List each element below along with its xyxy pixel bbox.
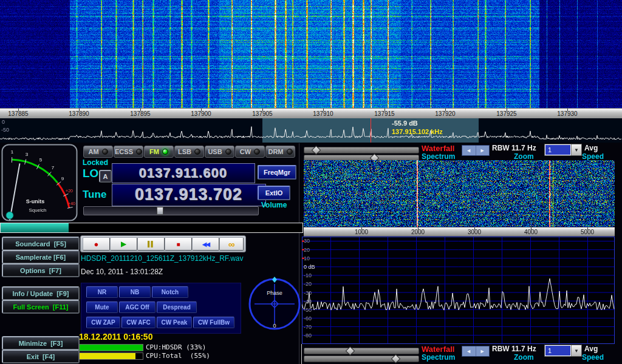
rf-waterfall-brightness-slider[interactable] — [304, 147, 419, 153]
mode-button-lsb[interactable]: LSB — [174, 146, 204, 158]
af-rbw-label: RBW 11.7 Hz — [492, 345, 536, 353]
mode-button-fm[interactable]: FM — [144, 146, 174, 158]
mode-button-label: AM — [88, 148, 98, 155]
squelch-bar[interactable] — [0, 223, 303, 233]
af-spectrum-slider-thumb[interactable] — [391, 354, 401, 364]
lo-lock-button[interactable]: A — [99, 170, 112, 183]
cw-zap-button[interactable]: CW ZAP — [86, 317, 120, 328]
rewind-icon: ◀◀ — [202, 241, 209, 248]
freq-tick-label: 137905 — [252, 110, 272, 117]
rf-zoom-label: Zoom — [514, 152, 534, 161]
freq-tick-label: 137915 — [374, 110, 394, 117]
af-spectrum-brightness-slider[interactable] — [304, 356, 419, 362]
af-db-label: -10 — [304, 272, 312, 278]
s-units-label: S-units — [26, 198, 45, 204]
rf-zoom-control[interactable]: ◄ ► — [462, 145, 490, 156]
rf-waterfall[interactable] — [0, 0, 622, 108]
chevron-down-icon[interactable]: ▼ — [571, 345, 581, 356]
freq-tick-label: 137890 — [69, 110, 89, 117]
chevron-down-icon[interactable]: ▼ — [571, 144, 581, 155]
agc-button[interactable]: AGC Off — [119, 302, 156, 313]
samplerate-button[interactable]: Samplerate [F6] — [2, 250, 80, 264]
af-speed-select-value: 1 — [545, 346, 570, 356]
rf-speed-label: Speed — [582, 152, 604, 161]
af-waterfall-slider-thumb[interactable] — [346, 346, 355, 356]
loop-button[interactable]: ∞ — [219, 237, 244, 251]
s-meter-scale-label: 1 — [11, 149, 14, 155]
nr-button[interactable]: NR — [86, 286, 118, 298]
af-tick-label: 5000 — [581, 229, 594, 235]
exit-button[interactable]: Exit [F4] — [2, 349, 80, 363]
options-button[interactable]: Options [F7] — [2, 263, 80, 277]
cw-afc-button[interactable]: CW AFC — [121, 317, 156, 328]
freq-tick-label: 137895 — [130, 110, 150, 117]
mode-button-ecss[interactable]: ECSS — [114, 146, 143, 158]
af-tick-label: 3000 — [468, 229, 481, 235]
lo-frequency-display[interactable]: 0137.911.600 — [112, 163, 255, 183]
despread-button[interactable]: Despread — [157, 302, 197, 313]
af-frequency-scale[interactable]: 1000 2000 3000 4000 5000 — [304, 227, 615, 237]
minimize-button[interactable]: Minimize [F3] — [2, 336, 80, 350]
rf-spectrum[interactable]: 0 -50 -55.9 dB 137.915.102 kHz — [0, 118, 622, 143]
mode-button-am[interactable]: AM — [83, 146, 113, 158]
mode-button-label: ECSS — [115, 148, 133, 155]
af-spectrum-trace[interactable] — [302, 237, 615, 344]
mode-button-label: USB — [208, 148, 222, 155]
volume-slider-thumb[interactable] — [157, 207, 163, 215]
mode-button-label: FM — [149, 148, 159, 155]
mode-button-cw[interactable]: CW — [235, 146, 265, 158]
soundcard-button[interactable]: Soundcard [F5] — [2, 237, 80, 251]
mode-led — [136, 149, 142, 155]
af-zoom-control[interactable]: ◄ ► — [462, 346, 490, 357]
play-button[interactable]: ▶ — [110, 237, 137, 251]
stop-button[interactable]: ■ — [165, 237, 192, 251]
mode-led — [287, 149, 293, 155]
extio-button[interactable]: ExtIO — [258, 186, 290, 200]
rf-waterfall-slider-thumb[interactable] — [312, 146, 321, 155]
af-tick-label: 1000 — [355, 229, 368, 235]
cw-peak-button[interactable]: CW Peak — [157, 317, 192, 328]
rf-zoom-in-icon[interactable]: ► — [476, 146, 490, 155]
phase-label: Phase — [267, 290, 282, 296]
s-meter: 1 3 5 7 9 +20 +40 S-units Squelch — [1, 144, 78, 221]
rf-speed-select[interactable]: 1 ▼ — [544, 144, 582, 156]
af-db-label: 0 dB — [304, 264, 315, 270]
freqmgr-button[interactable]: FreqMgr — [258, 165, 296, 180]
cpu-total-bar-fill — [80, 353, 135, 359]
mode-button-drm[interactable]: DRM — [265, 146, 295, 158]
info-update-button[interactable]: Info / Update [F9] — [2, 286, 80, 300]
af-tick-label: 4000 — [524, 229, 538, 235]
af-zoom-in-icon[interactable]: ► — [476, 346, 490, 356]
mode-led — [225, 149, 231, 155]
freq-tick-label: 137925 — [496, 110, 516, 117]
rewind-button[interactable]: ◀◀ — [192, 237, 219, 251]
af-zoom-out-icon[interactable]: ◄ — [462, 346, 476, 356]
af-waterfall[interactable] — [304, 160, 615, 227]
af-spectrum[interactable]: 30 20 10 0 dB -10 -20 -30 -40 -50 -60 -7… — [302, 237, 615, 344]
freq-tick-label: 137920 — [435, 110, 455, 117]
rf-waterfall-label: Waterfall — [422, 144, 454, 153]
s-meter-scale-label: 3 — [26, 152, 29, 157]
pause-button[interactable]: ▌▌ — [137, 237, 165, 251]
mode-led — [102, 149, 108, 155]
freq-tick-label: 137900 — [191, 110, 211, 117]
volume-slider[interactable] — [83, 206, 259, 215]
squelch-knob[interactable] — [6, 212, 13, 219]
notch-button[interactable]: Notch — [152, 286, 188, 298]
s-meter-scale-label: +40 — [68, 201, 75, 206]
full-screen-button[interactable]: Full Screen [F11] — [2, 300, 80, 314]
spectrum-level-readout: -55.9 dB — [392, 120, 418, 127]
lo-label: LO — [83, 167, 98, 180]
nb-button[interactable]: NB — [119, 286, 151, 298]
mode-button-usb[interactable]: USB — [205, 146, 234, 158]
rf-spectrum-trace[interactable] — [0, 118, 622, 143]
af-waterfall-brightness-slider[interactable] — [304, 348, 419, 354]
tune-frequency-display[interactable]: 0137.913.702 — [112, 184, 266, 206]
af-speed-label: Speed — [582, 353, 604, 362]
af-speed-select[interactable]: 1 ▼ — [544, 345, 582, 357]
record-button[interactable]: ● — [83, 237, 110, 251]
squelch-label: Squelch — [29, 207, 47, 213]
mute-button[interactable]: Mute — [86, 302, 118, 313]
rf-zoom-out-icon[interactable]: ◄ — [462, 146, 476, 155]
cw-fullbw-button[interactable]: CW FullBw — [193, 317, 234, 328]
